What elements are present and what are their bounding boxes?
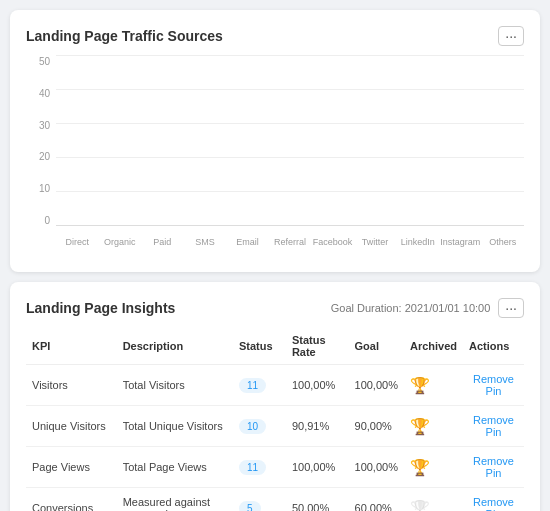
insights-table: KPI Description Status Status Rate Goal … [26, 328, 524, 511]
trophy-empty-icon: 🏆 [410, 500, 430, 512]
insights-card: Landing Page Insights Goal Duration: 202… [10, 282, 540, 511]
col-description: Description [117, 328, 233, 365]
cell-goal: 60,00% [349, 488, 404, 512]
remove-pin-button[interactable]: Remove Pin [469, 414, 518, 438]
x-axis-label: Direct [56, 237, 99, 247]
status-badge: 11 [239, 378, 266, 393]
x-axis-label: Others [481, 237, 524, 247]
table-row: ConversionsMeasured against your goal550… [26, 488, 524, 512]
table-row: Unique VisitorsTotal Unique Visitors1090… [26, 406, 524, 447]
y-axis-label: 20 [26, 151, 54, 162]
cell-status: 11 [233, 447, 286, 488]
x-axis-label: Referral [269, 237, 312, 247]
cell-actions[interactable]: Remove Pin [463, 447, 524, 488]
x-axis-label: LinkedIn [396, 237, 439, 247]
cell-status-rate: 100,00% [286, 365, 349, 406]
insights-title: Landing Page Insights [26, 300, 175, 316]
status-badge: 11 [239, 460, 266, 475]
x-labels: DirectOrganicPaidSMSEmailReferralFaceboo… [56, 228, 524, 256]
insights-header: Landing Page Insights Goal Duration: 202… [26, 298, 524, 318]
cell-status-rate: 50,00% [286, 488, 349, 512]
y-axis-label: 40 [26, 88, 54, 99]
y-axis-label: 30 [26, 120, 54, 131]
cell-kpi: Unique Visitors [26, 406, 117, 447]
x-axis-label: Twitter [354, 237, 397, 247]
status-badge: 10 [239, 419, 266, 434]
y-axis-label: 10 [26, 183, 54, 194]
x-axis-label: Email [226, 237, 269, 247]
cell-description: Measured against your goal [117, 488, 233, 512]
col-archived: Archived [404, 328, 463, 365]
cell-goal: 100,00% [349, 447, 404, 488]
cell-archived: 🏆 [404, 447, 463, 488]
y-axis-label: 50 [26, 56, 54, 67]
chart-card: Landing Page Traffic Sources ··· 0102030… [10, 10, 540, 272]
trophy-filled-icon: 🏆 [410, 418, 430, 435]
insights-tbody: VisitorsTotal Visitors11100,00%100,00%🏆R… [26, 365, 524, 512]
cell-description: Total Unique Visitors [117, 406, 233, 447]
table-row: Page ViewsTotal Page Views11100,00%100,0… [26, 447, 524, 488]
insights-menu-button[interactable]: ··· [498, 298, 524, 318]
x-axis-label: Organic [99, 237, 142, 247]
y-axis: 01020304050 [26, 56, 54, 226]
table-header-row: KPI Description Status Status Rate Goal … [26, 328, 524, 365]
x-axis-label: SMS [184, 237, 227, 247]
col-status-rate: Status Rate [286, 328, 349, 365]
col-goal: Goal [349, 328, 404, 365]
cell-description: Total Visitors [117, 365, 233, 406]
cell-goal: 90,00% [349, 406, 404, 447]
cell-actions[interactable]: Remove Pin [463, 406, 524, 447]
chart-title: Landing Page Traffic Sources [26, 28, 223, 44]
col-kpi: KPI [26, 328, 117, 365]
table-row: VisitorsTotal Visitors11100,00%100,00%🏆R… [26, 365, 524, 406]
cell-kpi: Page Views [26, 447, 117, 488]
insights-meta: Goal Duration: 2021/01/01 10:00 ··· [331, 298, 524, 318]
x-axis-label: Instagram [439, 237, 482, 247]
x-axis-label: Facebook [311, 237, 354, 247]
cell-description: Total Page Views [117, 447, 233, 488]
y-axis-label: 0 [26, 215, 54, 226]
cell-actions[interactable]: Remove Pin [463, 488, 524, 512]
cell-goal: 100,00% [349, 365, 404, 406]
cell-status-rate: 100,00% [286, 447, 349, 488]
trophy-filled-icon: 🏆 [410, 459, 430, 476]
cell-status-rate: 90,91% [286, 406, 349, 447]
cell-archived: 🏆 [404, 365, 463, 406]
cell-archived: 🏆 [404, 488, 463, 512]
remove-pin-button[interactable]: Remove Pin [469, 496, 518, 511]
trophy-filled-icon: 🏆 [410, 377, 430, 394]
col-actions: Actions [463, 328, 524, 365]
cell-actions[interactable]: Remove Pin [463, 365, 524, 406]
cell-status: 10 [233, 406, 286, 447]
chart-header: Landing Page Traffic Sources ··· [26, 26, 524, 46]
cell-status: 5 [233, 488, 286, 512]
chart-menu-button[interactable]: ··· [498, 26, 524, 46]
cell-kpi: Visitors [26, 365, 117, 406]
col-status: Status [233, 328, 286, 365]
cell-archived: 🏆 [404, 406, 463, 447]
goal-duration: Goal Duration: 2021/01/01 10:00 [331, 302, 491, 314]
x-axis-label: Paid [141, 237, 184, 247]
remove-pin-button[interactable]: Remove Pin [469, 373, 518, 397]
chart-bars [56, 56, 524, 226]
chart-area: 01020304050 DirectOrganicPaidSMSEmailRef… [26, 56, 524, 256]
cell-status: 11 [233, 365, 286, 406]
remove-pin-button[interactable]: Remove Pin [469, 455, 518, 479]
status-badge: 5 [239, 501, 261, 511]
cell-kpi: Conversions [26, 488, 117, 512]
